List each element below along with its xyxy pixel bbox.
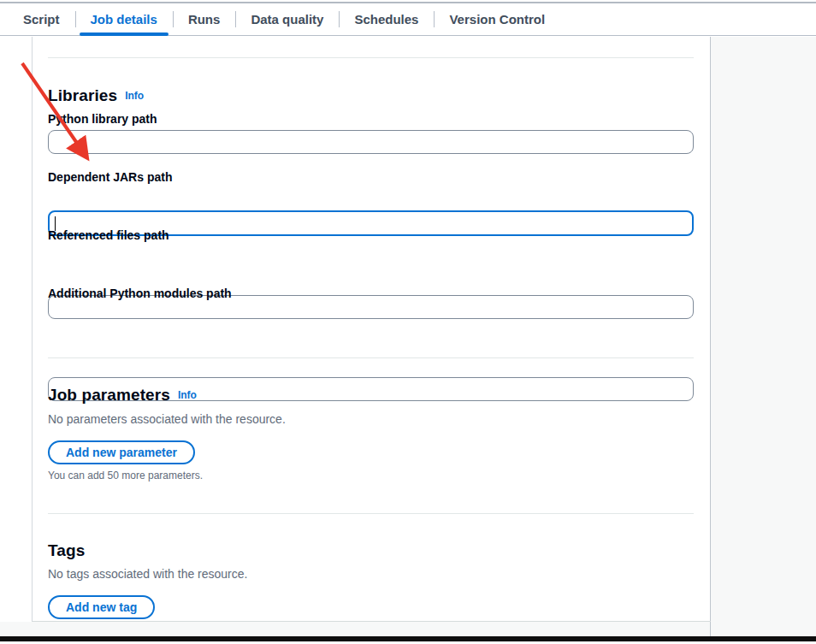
tab-job-details[interactable]: Job details [75,3,173,35]
right-scroll-gutter[interactable] [710,37,816,636]
tags-section-header: Tags [48,541,694,560]
tab-script[interactable]: Script [8,3,75,35]
job-parameters-section-header: Job parametersInfo [48,386,694,405]
tab-runs[interactable]: Runs [173,3,236,35]
tab-version-control[interactable]: Version Control [434,3,560,35]
python-library-path-wrap [48,130,694,154]
panel-bottom-edge [33,621,711,622]
tab-bar: Script Job details Runs Data quality Sch… [0,3,816,36]
python-library-path-input[interactable] [48,130,694,154]
additional-python-modules-path-label: Additional Python modules path [48,287,694,300]
section-divider [48,513,694,514]
libraries-title: Libraries [48,86,117,104]
libraries-info-link[interactable]: Info [125,90,144,102]
section-divider [48,57,694,58]
job-parameters-title: Job parameters [48,386,170,404]
add-new-tag-button[interactable]: Add new tag [48,595,155,619]
job-parameters-hint: You can add 50 more parameters. [48,470,694,482]
dependent-jars-path-label: Dependent JARs path [48,170,694,184]
referenced-files-path-label: Referenced files path [48,228,694,242]
python-library-path-label: Python library path [48,112,694,126]
job-details-panel: LibrariesInfo Python library path Depend… [33,36,710,621]
tab-data-quality[interactable]: Data quality [235,3,339,35]
job-parameters-info-link[interactable]: Info [178,389,197,401]
add-parameter-row: Add new parameter [48,440,694,464]
left-gutter [0,37,33,622]
bottom-strip [0,622,710,636]
tab-schedules[interactable]: Schedules [339,3,434,35]
tags-title: Tags [48,541,85,559]
libraries-section-header: LibrariesInfo [48,86,694,105]
section-divider [48,357,694,358]
tags-empty-text: No tags associated with the resource. [48,567,694,581]
job-parameters-empty-text: No parameters associated with the resour… [48,412,694,426]
add-new-parameter-button[interactable]: Add new parameter [48,440,195,464]
glue-job-details-page: Script Job details Runs Data quality Sch… [0,0,816,644]
window-bottom-bar [0,636,816,641]
add-tag-row: Add new tag [48,595,694,619]
